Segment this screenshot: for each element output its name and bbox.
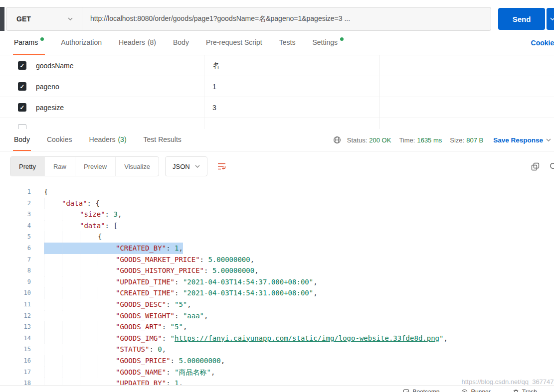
json-punct: , [313,289,317,297]
tab-label: Test Results [144,135,182,143]
indent-guide [62,333,80,344]
json-key: "UPDATED_TIME" [116,278,175,286]
json-punct: : [200,256,208,263]
response-tab-body[interactable]: Body [13,129,31,151]
param-value-text: 名 [212,61,219,70]
indent-guide [44,265,62,276]
param-description-cell[interactable] [380,118,554,129]
chevron-down-icon [546,138,551,141]
param-checkbox[interactable]: ✓ [18,61,26,70]
indent-guide [98,310,116,322]
sidebar-edge [0,7,4,31]
code-line-content: "GOODS_ART": "5", [44,321,187,333]
code-line: 11"GOODS_DESC": "5", [0,299,554,310]
save-response-button[interactable]: Save Response [493,136,551,144]
json-punct: : [162,323,171,331]
language-select[interactable]: JSON [165,156,207,176]
method-select[interactable]: GET [6,7,82,30]
indent-guide [62,254,80,265]
json-punct: , [179,244,183,252]
tab-label: Headers [119,38,145,46]
json-link[interactable]: https://fanyi.caiyunapp.com/static/img/l… [175,334,439,342]
tab-settings[interactable]: Settings [311,31,345,55]
indent-guide [62,220,80,232]
footer-runner[interactable]: Runner [461,389,490,392]
indent-guide [44,231,62,243]
footer-label: Runner [471,389,490,392]
indent-guide [44,198,62,209]
json-punct: : [175,312,183,320]
footer-label: Trash [522,389,537,392]
url-input[interactable]: http://localhost:8080/order/goods/page1?… [82,7,491,30]
indent-guide [44,321,62,333]
send-options-button[interactable] [547,8,554,30]
param-key-cell[interactable]: pagesize [28,97,204,118]
tab-pre-request-script[interactable]: Pre-request Script [205,31,263,55]
json-punct: , [183,323,187,331]
params-table: ✓goodsName名✓pageno1✓pagesize3 [0,55,554,129]
response-tab-test-results[interactable]: Test Results [143,129,183,151]
tab-label: Cookies [47,135,72,143]
param-value-cell[interactable]: 1 [204,76,380,97]
json-punct: , [313,278,317,286]
tab-headers[interactable]: Headers(8) [118,31,157,55]
param-checkbox-cell: ✓ [0,97,28,118]
param-description-cell[interactable] [380,76,554,97]
footer-bootcamp[interactable]: Bootcamp [403,389,439,392]
unsaved-dot [340,37,344,41]
cookies-link[interactable]: Cookies [531,31,554,55]
search-icon[interactable] [550,162,554,171]
send-button[interactable]: Send [498,8,545,30]
tab-body[interactable]: Body [172,31,190,55]
network-globe-icon[interactable] [333,136,341,144]
param-key-cell[interactable]: pageno [28,76,204,97]
param-description-cell[interactable] [380,97,554,118]
indent-guide [44,299,62,310]
indent-guide [80,276,98,288]
view-tab-visualize[interactable]: Visualize [115,157,159,176]
response-tab-headers[interactable]: Headers(3) [88,129,128,151]
wrap-lines-icon[interactable] [216,161,227,171]
indent-guide [44,287,62,299]
json-punct: , [443,334,447,342]
line-number: 15 [0,344,31,355]
response-body-editor[interactable]: 1{2"data": {3"size": 3,4"data": [5{6"CRE… [0,181,554,392]
tab-params[interactable]: Params [13,31,45,55]
json-key: "GOODS_DESC" [116,300,166,308]
code-line: 17"GOODS_NAME": "商品名称", [0,367,554,378]
tab-tests[interactable]: Tests [278,31,297,55]
tab-authorization[interactable]: Authorization [60,31,103,55]
view-tab-preview[interactable]: Preview [75,157,115,176]
indent-guide [62,299,80,310]
indent-guide [62,209,80,220]
json-value: 5.00000000 [212,266,254,274]
response-tabs: BodyCookiesHeaders(3)Test Results [13,129,183,151]
tab-label: Body [14,135,30,143]
line-number: 16 [0,355,31,367]
json-punct: : { [87,199,100,207]
indent-guide [80,265,98,276]
copy-icon[interactable] [531,162,540,171]
json-punct: : [105,210,114,218]
url-text: http://localhost:8080/order/goods/page1?… [90,14,350,23]
footer-bar: BootcampRunnerTrash [0,385,554,392]
json-value: "商品名称" [175,368,211,376]
param-key-cell[interactable]: goodsName [28,55,204,76]
param-description-cell[interactable] [380,55,554,76]
json-value: "2021-04-03T14:54:37.000+08:00" [183,278,313,286]
view-tab-pretty[interactable]: Pretty [10,157,44,176]
param-value-cell[interactable]: 3 [204,97,380,118]
param-checkbox[interactable]: ✓ [18,82,26,91]
param-checkbox[interactable] [18,124,26,129]
status-label: Status: [347,136,367,144]
response-tab-cookies[interactable]: Cookies [46,129,73,151]
param-value-text: 3 [212,104,216,112]
param-value-cell[interactable]: 名 [204,55,380,76]
json-value: 3 [113,210,117,218]
footer-trash[interactable]: Trash [513,389,537,392]
json-punct: , [118,210,122,218]
param-key-cell[interactable] [28,118,204,129]
param-checkbox[interactable]: ✓ [18,103,26,112]
view-tab-raw[interactable]: Raw [44,157,75,176]
param-value-cell[interactable] [204,118,380,129]
